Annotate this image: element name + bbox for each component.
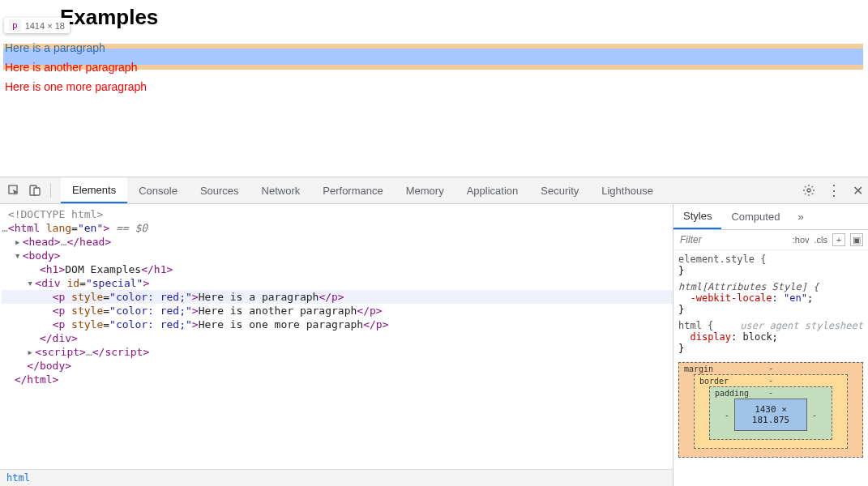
rule-element-style[interactable]: element.style { <box>678 254 863 265</box>
box-model: margin - border - padding - - 1430 × 181… <box>678 354 863 458</box>
devtools-body: <!DOCTYPE html> …<html lang="en"> == $0 … <box>0 204 868 486</box>
kebab-icon[interactable]: ⋮ <box>827 185 841 195</box>
devtools-tabs: Elements Console Sources Network Perform… <box>61 177 799 203</box>
tab-application[interactable]: Application <box>455 177 530 203</box>
toggle-computed-icon[interactable]: ▣ <box>850 233 863 246</box>
inspect-dimensions: 1414 × 18 <box>25 21 65 31</box>
tab-lighthouse[interactable]: Lighthouse <box>590 177 665 203</box>
rendered-page: p 1414 × 18 DOM Examples Here is a parag… <box>0 0 868 177</box>
tab-security[interactable]: Security <box>529 177 590 203</box>
rule-html-attr[interactable]: html[Attributes Style] { <box>678 281 863 292</box>
sidebar-more-icon[interactable]: » <box>789 205 811 228</box>
selected-element-line: <p style="color: red;">Here is a paragra… <box>2 290 673 304</box>
gear-icon[interactable] <box>802 184 815 197</box>
inspect-tag: p <box>9 19 21 32</box>
rule-html-ua[interactable]: html {user agent stylesheet <box>678 320 863 331</box>
sidebar-tab-styles[interactable]: Styles <box>673 204 721 229</box>
tab-memory[interactable]: Memory <box>395 177 455 203</box>
new-rule-icon[interactable]: + <box>832 233 845 246</box>
box-model-content: 1430 × 181.875 <box>734 399 807 431</box>
paragraph-3: Here is one more paragraph <box>5 80 863 93</box>
cls-toggle[interactable]: .cls <box>815 235 828 245</box>
inspect-dimensions-badge: p 1414 × 18 <box>4 18 70 33</box>
paragraph-1: Here is a paragraph <box>5 41 863 54</box>
hov-toggle[interactable]: :hov <box>793 235 810 245</box>
style-rules: element.style { } html[Attributes Style]… <box>673 250 868 486</box>
styles-filter-input[interactable] <box>678 233 788 246</box>
inspect-icon[interactable] <box>5 181 23 199</box>
close-icon[interactable]: ✕ <box>853 183 863 198</box>
toolbar-separator <box>50 183 51 198</box>
tab-sources[interactable]: Sources <box>189 177 250 203</box>
elements-panel[interactable]: <!DOCTYPE html> …<html lang="en"> == $0 … <box>0 204 673 486</box>
paragraph-2: Here is another paragraph <box>5 61 863 74</box>
page-heading: DOM Examples <box>5 5 863 30</box>
devtools-toolbar: Elements Console Sources Network Perform… <box>0 177 868 204</box>
sidebar-tabs: Styles Computed » <box>673 204 868 230</box>
tab-performance[interactable]: Performance <box>311 177 394 203</box>
styles-filter-row: :hov .cls + ▣ <box>673 230 868 250</box>
styles-sidebar: Styles Computed » :hov .cls + ▣ element.… <box>673 204 868 486</box>
device-toggle-icon[interactable] <box>26 181 44 199</box>
tab-console[interactable]: Console <box>127 177 189 203</box>
breadcrumb[interactable]: html <box>0 469 673 486</box>
tab-network[interactable]: Network <box>250 177 312 203</box>
sidebar-tab-computed[interactable]: Computed <box>721 205 789 228</box>
svg-point-3 <box>807 189 810 192</box>
svg-rect-2 <box>34 188 40 195</box>
tab-elements[interactable]: Elements <box>61 177 127 203</box>
